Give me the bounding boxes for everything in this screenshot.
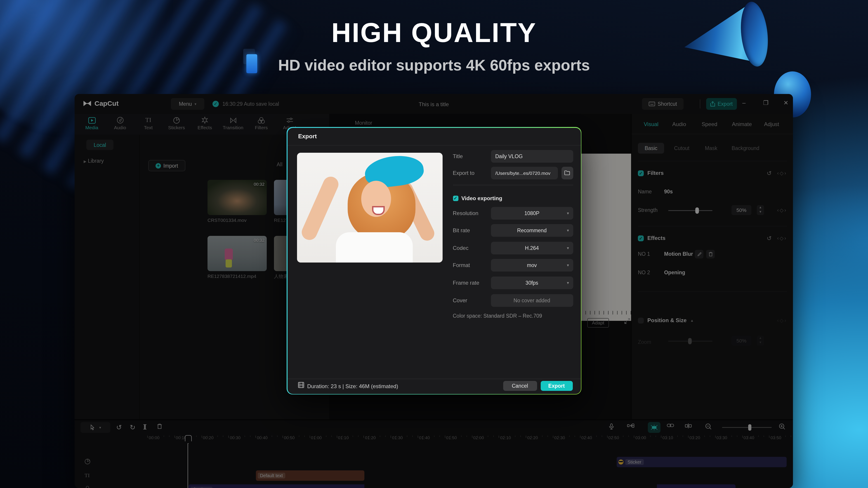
film-icon	[298, 382, 304, 388]
color-space-text: Color space: Standard SDR – Rec.709	[453, 313, 542, 318]
export-to-label: Export to	[453, 170, 474, 176]
dropdown-label-codec: Codec	[453, 245, 468, 251]
dropdown-label-frame-rate: Frame rate	[453, 280, 479, 286]
video-exporting-checkbox[interactable]: ✓	[453, 195, 458, 201]
cover-field[interactable]: No cover added	[491, 294, 573, 306]
dialog-sub-divider	[453, 185, 573, 185]
dialog-footer-divider	[287, 379, 581, 379]
export-dialog: Export Title Daily VLOG Export to /Users…	[287, 127, 581, 394]
title-field-label: Title	[453, 153, 463, 159]
export-preview-image	[297, 153, 442, 262]
hero-cube-icon	[243, 49, 261, 75]
chevron-down-icon: ▾	[567, 228, 569, 233]
hero-title: HIGH QUALITY	[0, 17, 868, 48]
dialog-header-divider	[287, 145, 581, 145]
cancel-button[interactable]: Cancel	[503, 381, 537, 391]
title-field[interactable]: Daily VLOG	[491, 150, 573, 162]
dropdown-bit-rate[interactable]: Recommend▾	[491, 224, 573, 237]
video-exporting-row: ✓ Video exporting	[453, 195, 502, 201]
dropdown-codec[interactable]: H.264▾	[491, 241, 573, 254]
export-to-field[interactable]: /Users/byte...es/0720.mov	[491, 166, 558, 179]
cover-label: Cover	[453, 297, 467, 303]
dropdown-frame-rate[interactable]: 30fps▾	[491, 276, 573, 289]
browse-folder-button[interactable]	[561, 166, 573, 179]
export-confirm-button[interactable]: Export	[540, 381, 572, 391]
hero-subtitle: HD video editor supports 4K 60fps export…	[0, 57, 868, 74]
chevron-down-icon: ▾	[567, 211, 569, 215]
chevron-down-icon: ▾	[567, 263, 569, 268]
chevron-down-icon: ▾	[567, 246, 569, 250]
dropdown-label-resolution: Resolution	[453, 210, 478, 216]
dropdown-label-bit-rate: Bit rate	[453, 227, 470, 234]
dropdown-label-format: Format	[453, 262, 470, 269]
export-summary: Duration: 23 s | Size: 46M (estimated)	[307, 383, 398, 389]
chevron-down-icon: ▾	[567, 281, 569, 285]
dropdown-resolution[interactable]: 1080P▾	[491, 207, 573, 219]
dropdown-format[interactable]: mov▾	[491, 259, 573, 272]
stage: HIGH QUALITY HD video editor supports 4K…	[0, 0, 868, 488]
dialog-title: Export	[298, 133, 317, 139]
